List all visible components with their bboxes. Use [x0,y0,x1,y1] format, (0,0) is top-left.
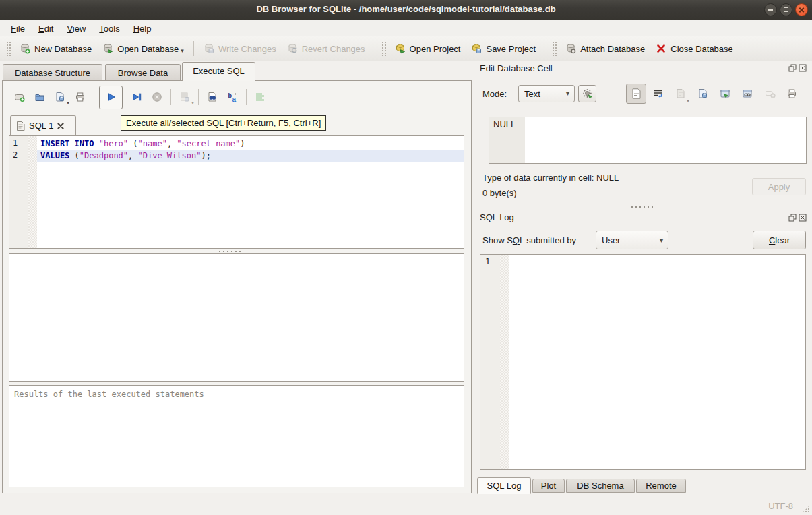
clear-log-button[interactable]: Clear [753,231,806,249]
save-sql-file-button[interactable]: ▾ [51,88,69,107]
sql-editor[interactable]: 1 2 INSERT INTO "hero" ("name", "secret_… [9,135,464,249]
open-external-button[interactable] [715,84,735,104]
print-icon [75,92,86,102]
gear-icon [582,88,593,99]
resize-grip[interactable] [802,505,810,513]
dock-tab-db-schema[interactable]: DB Schema [566,479,635,493]
line-number: 1 [13,138,18,150]
print-sql-button[interactable] [71,88,89,107]
save-project-button[interactable]: Save Project [466,40,541,57]
edit-cell-title: Edit Database Cell [480,63,553,73]
menu-view[interactable]: View [60,22,92,36]
dock-close-button[interactable] [799,64,807,72]
line-number: 2 [13,150,18,162]
open-project-button[interactable]: Open Project [389,40,466,57]
replace-button[interactable]: ba [224,88,241,107]
maximize-button[interactable] [780,3,792,16]
tab-database-structure[interactable]: Database Structure [3,64,102,81]
dock-close-button[interactable] [799,214,807,222]
code-line-current: VALUES ("Deadpond", "Dive Wilson"); [37,150,464,162]
log-line-number: 1 [485,257,490,266]
format-sql-button[interactable] [251,88,269,107]
log-fold-margin [500,255,509,469]
set-null-button[interactable] [760,84,780,104]
encoding-indicator[interactable]: UTF-8 [768,501,793,511]
save-results-dropdown-icon[interactable]: ▾ [191,100,194,106]
save-dropdown-icon[interactable]: ▾ [67,100,69,106]
results-grid-pane[interactable] [9,253,464,382]
write-changes-button[interactable]: Write Changes [198,40,282,57]
find-button[interactable] [204,88,221,107]
open-database-dropdown-icon[interactable]: ▾ [181,48,184,54]
import-data-button[interactable]: ▾ [670,84,691,104]
export-data-button[interactable] [693,84,713,104]
new-sql-tab-button[interactable] [11,88,28,107]
dock-float-button[interactable] [788,64,797,72]
close-database-label: Close Database [670,44,733,54]
sql-toolbar-separator [94,89,94,105]
dock-tab-plot[interactable]: Plot [532,479,565,493]
tab-execute-sql[interactable]: Execute SQL [182,62,255,81]
sql-log-title: SQL Log [480,212,514,222]
auto-mode-button[interactable] [578,85,596,102]
open-project-label: Open Project [410,44,461,54]
menubar: File Edit View Tools Help [0,20,812,36]
results-message-pane[interactable]: Results of the last executed statements [9,385,464,487]
close-tab-icon[interactable] [57,123,64,129]
print-cell-button[interactable] [782,84,802,104]
word-wrap-button[interactable] [648,84,668,104]
open-database-button[interactable]: Open Database ▾ [97,40,189,57]
menu-tools[interactable]: Tools [92,22,126,36]
apply-button[interactable]: Apply [752,178,806,195]
revert-changes-button[interactable]: Revert Changes [282,40,371,57]
attach-database-button[interactable]: Attach Database [560,40,650,57]
window-controls [764,3,808,16]
titlebar: DB Browser for SQLite - /home/user/code/… [0,0,812,21]
chevron-down-icon: ▾ [660,237,663,244]
log-filter-select[interactable]: User ▾ [596,231,668,249]
menu-help[interactable]: Help [127,22,158,36]
save-project-label: Save Project [486,44,536,54]
close-database-button[interactable]: Close Database [650,40,739,57]
menu-edit[interactable]: Edit [32,22,60,36]
close-window-button[interactable] [795,3,808,16]
cell-editor-gutter: NULL [489,117,525,163]
mode-value: Text [524,89,540,99]
dock-tab-sql-log[interactable]: SQL Log [477,477,531,494]
save-results-button[interactable]: ▾ [176,88,193,107]
menu-file[interactable]: File [4,22,32,36]
cell-type-info: Type of data currently in cell: NULL [482,173,619,183]
execute-tooltip: Execute all/selected SQL [Ctrl+Return, F… [121,115,326,131]
minimize-button[interactable] [764,3,777,16]
toolbar-grip[interactable] [381,41,386,56]
new-database-button[interactable]: New Database [14,40,97,57]
dock-tab-remote[interactable]: Remote [636,479,686,493]
document-icon [631,88,642,99]
toolbar-grip[interactable] [6,41,11,56]
copy-link-button[interactable] [737,84,757,104]
log-gutter: 1 [480,255,500,469]
statusbar: UTF-8 [0,495,812,515]
cell-editor[interactable]: NULL [489,117,807,164]
mode-select[interactable]: Text ▾ [518,85,575,102]
sql-tab-label: SQL 1 [29,121,53,131]
window-title: DB Browser for SQLite - /home/user/code/… [0,4,812,14]
editor-code-area[interactable]: INSERT INTO "hero" ("name", "secret_name… [37,136,464,248]
tab-browse-data[interactable]: Browse Data [105,64,181,81]
write-changes-label: Write Changes [218,44,276,54]
dock-float-button[interactable] [788,214,797,222]
sql-log-area[interactable]: 1 [480,254,806,470]
save-project-icon [471,43,482,54]
sql-document-tab[interactable]: SQL 1 [10,115,76,135]
stop-execution-button[interactable] [148,88,166,107]
save-file-icon [55,92,65,102]
toolbar-grip[interactable] [552,41,557,56]
sql-toolbar-separator [198,89,199,105]
replace-icon: ba [227,92,238,102]
execute-line-button[interactable] [128,88,146,107]
open-sql-file-button[interactable] [31,88,49,107]
text-mode-button[interactable] [626,84,646,104]
cell-size-info: 0 byte(s) [482,188,517,198]
dock-splitter-handle[interactable] [631,206,655,209]
execute-all-button[interactable] [99,86,123,109]
